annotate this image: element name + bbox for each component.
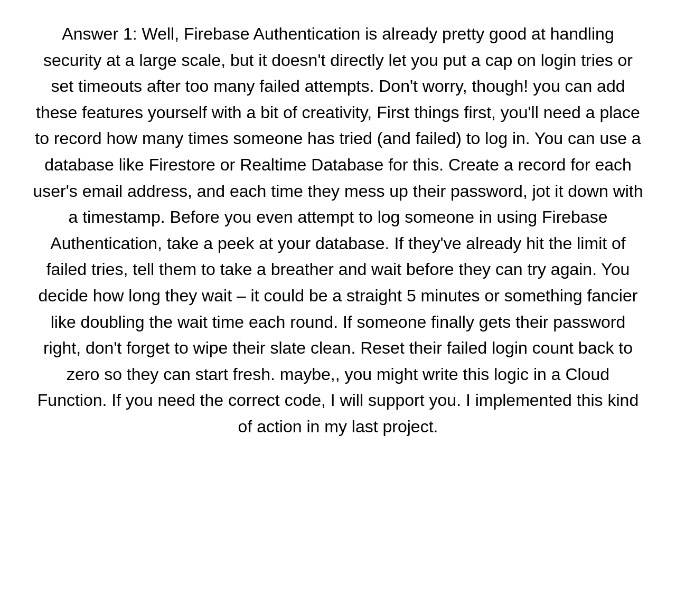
content-area: Answer 1: Well, Firebase Authentication …	[32, 21, 644, 440]
answer-paragraph: Answer 1: Well, Firebase Authentication …	[32, 21, 644, 440]
